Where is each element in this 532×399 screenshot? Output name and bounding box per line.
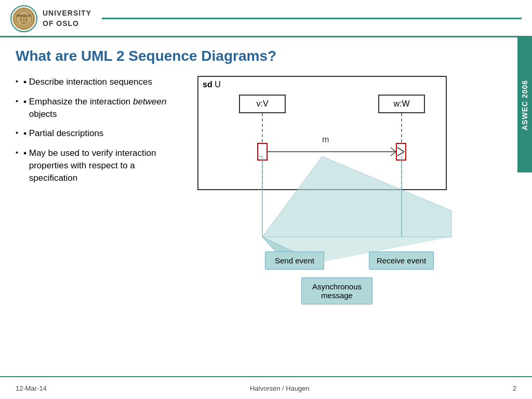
bullet-text: Describe interaction sequences	[29, 76, 152, 88]
bullet-text: Partial descriptions	[29, 127, 104, 140]
sd-frame	[197, 76, 447, 190]
footer-date: 12-Mar-14	[16, 384, 47, 392]
slide-body: What are UML 2 Sequence Diagrams? ▪ Desc…	[0, 37, 532, 376]
callout-send: Send event	[265, 251, 324, 270]
list-item: ▪ Describe interaction sequences	[16, 76, 182, 88]
list-item: ▪ May be used to verify interaction prop…	[16, 147, 182, 184]
footer: 12-Mar-14 Halvorsen / Haugen 2	[0, 376, 532, 399]
object-v: v:V	[239, 95, 286, 113]
sd-bold: sd	[203, 80, 212, 89]
header-divider	[102, 18, 522, 19]
logo-emblem: MDCCCXI	[12, 7, 35, 30]
sd-keyword: sd U	[203, 80, 221, 89]
content-area: ▪ Describe interaction sequences ▪ Empha…	[16, 76, 516, 294]
diagram-area: sd U v:V w:W	[197, 76, 516, 294]
slide-title: What are UML 2 Sequence Diagrams?	[16, 48, 516, 64]
bullet-icon: ▪	[23, 147, 29, 159]
object-w: w:W	[378, 95, 425, 113]
bullet-list: ▪ Describe interaction sequences ▪ Empha…	[16, 76, 182, 192]
sd-name: U	[215, 80, 221, 89]
callout-receive: Receive event	[369, 251, 434, 270]
bullet-text: Emphasize the interaction between object…	[29, 96, 182, 121]
list-item: ▪ Emphasize the interaction between obje…	[16, 96, 182, 121]
list-item: ▪ Partial descriptions	[16, 127, 182, 140]
callout-async: Asynchronousmessage	[301, 277, 373, 304]
bullet-icon: ▪	[23, 96, 29, 108]
bullet-text: May be used to verify interaction proper…	[29, 147, 182, 184]
footer-page: 2	[513, 384, 516, 392]
bullet-icon: ▪	[23, 76, 29, 88]
bullet-icon: ▪	[23, 127, 29, 140]
university-logo: MDCCCXI	[10, 5, 37, 32]
header: MDCCCXI UNIVERSITY OF OSLO	[0, 0, 532, 37]
university-name: UNIVERSITY OF OSLO	[43, 8, 91, 29]
footer-author: Halvorsen / Haugen	[250, 384, 310, 392]
